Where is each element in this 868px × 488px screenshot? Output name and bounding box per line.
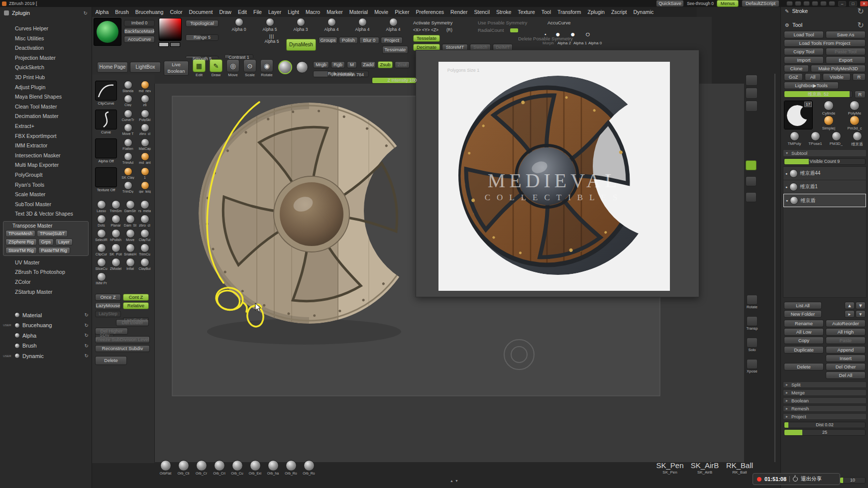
palette-shortcut-row[interactable]: USER Dynamic ↻ xyxy=(0,351,92,361)
polish-button[interactable]: Polish xyxy=(339,37,358,44)
all-high-button[interactable]: All High xyxy=(826,328,866,336)
folder-prev-button[interactable]: ▸ xyxy=(845,310,855,318)
eye-icon[interactable]: ● xyxy=(785,172,787,175)
tool-thumb[interactable]: 维京盾 xyxy=(847,131,868,147)
menu-item[interactable]: Picker xyxy=(392,7,413,17)
brush-grid-item[interactable]: Planar xyxy=(108,215,123,227)
zplugin-menu-item[interactable]: Ryan's Tools xyxy=(0,180,92,190)
brush-mini[interactable]: md_nev xyxy=(137,81,153,93)
alpha-selector[interactable]: Alpha 4 xyxy=(316,18,347,32)
page-up-arrow[interactable]: ▲ xyxy=(450,479,453,483)
menu-item[interactable]: Zscript xyxy=(608,7,630,17)
menu-item[interactable]: Stroke xyxy=(493,7,514,17)
default-zscript-button[interactable]: DefaultZScript xyxy=(742,0,779,7)
scale-mode[interactable]: ⊙ Scale xyxy=(242,59,257,77)
folder-next-button[interactable]: ▾ xyxy=(856,310,866,318)
del-all-button[interactable]: Del All xyxy=(826,371,866,379)
maximize-button[interactable]: □ xyxy=(849,1,857,6)
range-slider[interactable]: Range 5 xyxy=(186,34,218,41)
menu-item[interactable]: Zplugin xyxy=(584,7,608,17)
zplugin-menu-item[interactable]: Maya Blend Shapes xyxy=(0,92,92,102)
shelf-icon[interactable] xyxy=(746,176,757,186)
brush-grid-item[interactable]: IMM Pr xyxy=(94,272,108,285)
backfacemask-button[interactable]: BackfaceMask xyxy=(124,28,155,35)
list-all-button[interactable]: List All xyxy=(784,302,822,309)
menu-item[interactable]: Alpha xyxy=(92,7,112,17)
transpose-button[interactable]: Grps xyxy=(38,239,54,245)
dynamesh-button[interactable]: DynaMesh xyxy=(286,39,316,51)
r-button[interactable]: R xyxy=(853,73,866,81)
printer-icon[interactable] xyxy=(829,1,835,6)
orb-brush[interactable]: Orb_Cri xyxy=(212,460,226,475)
zplugin-menu-item[interactable]: FBX ExportImport xyxy=(0,131,92,141)
move-mode[interactable]: ◎ Move xyxy=(225,59,240,77)
eye-icon[interactable]: ● xyxy=(786,199,788,202)
palette-icon[interactable] xyxy=(803,1,810,6)
paste-button[interactable]: Paste xyxy=(826,337,866,344)
brush-grid-item[interactable]: Lasso xyxy=(94,200,108,213)
all-low-button[interactable]: All Low xyxy=(784,328,824,336)
menu-item[interactable]: Preferences xyxy=(413,7,447,17)
brush-mini[interactable]: 1 xyxy=(137,167,153,179)
copy-tool-button[interactable]: Copy Tool xyxy=(784,48,824,55)
load-tool-button[interactable]: Load Tool xyxy=(784,31,824,38)
quicksave-button[interactable]: QuickSave xyxy=(656,0,684,7)
zplugin-header[interactable]: Zplugin ↻ xyxy=(0,7,92,19)
menu-item[interactable]: Layer xyxy=(265,7,284,17)
zplugin-menu-item[interactable]: Extract+ xyxy=(0,122,92,131)
brush-mini[interactable]: z6 xyxy=(137,95,153,107)
shelf-icon[interactable] xyxy=(746,192,757,202)
menu-item[interactable]: Brush xyxy=(112,7,132,17)
brush-grid-item[interactable]: DamStr xyxy=(123,200,137,213)
export-button[interactable]: Export xyxy=(826,56,866,64)
transpose-button[interactable]: TPose|SubT xyxy=(37,230,68,237)
tool-thumb[interactable]: PM3D_ xyxy=(826,131,847,147)
subtool-delete-button[interactable]: Delete xyxy=(784,363,824,370)
transpose-button[interactable]: StoreTM Rig xyxy=(5,247,37,254)
autoreorder-button[interactable]: AutoReorder xyxy=(826,320,866,327)
rotate-mode[interactable]: ◉ Rotate xyxy=(259,59,274,77)
menu-item[interactable]: Marker xyxy=(324,7,346,17)
duplicate-button[interactable]: Duplicate xyxy=(784,346,824,354)
brush-grid-item[interactable]: SelectR xyxy=(94,229,108,242)
tray-thumb[interactable] xyxy=(746,88,758,99)
brush-mini[interactable]: TrimAd xyxy=(120,152,136,164)
topological-button[interactable]: Topological xyxy=(186,20,218,27)
alpha2-icon[interactable]: ● xyxy=(555,30,560,39)
menu-item[interactable]: Texture xyxy=(515,7,538,17)
brush-grid-item[interactable]: ClayBui xyxy=(137,258,152,270)
menu-item[interactable]: Brucehuang xyxy=(132,7,167,17)
zplugin-menu-item[interactable]: Deactivation xyxy=(0,43,92,53)
pa-blur-slider[interactable]: 25 xyxy=(784,429,866,436)
load-tools-from-project-button[interactable]: Load Tools From Project xyxy=(784,39,866,47)
brush-mini[interactable]: PolySki xyxy=(137,110,153,122)
brush-grid-item[interactable]: SliceCu xyxy=(94,258,108,270)
alpha-selector[interactable]: Alpha 4 xyxy=(378,18,409,32)
orb-brush[interactable]: Orb_Ro xyxy=(284,460,298,475)
menu-item[interactable]: Draw xyxy=(216,7,235,17)
brush-mini[interactable]: Move T xyxy=(120,123,136,135)
refresh-icon[interactable]: ↻ xyxy=(85,323,89,328)
r2-button[interactable]: R xyxy=(855,91,866,98)
imbed-slider[interactable]: Imbed 0 xyxy=(124,20,155,26)
zplugin-menu-item[interactable]: Text 3D & Vector Shapes xyxy=(0,209,92,219)
palette-shortcut-row[interactable]: Alpha ↻ xyxy=(0,330,92,341)
subtool-row[interactable]: ● 维京盾44 xyxy=(783,167,866,180)
refresh-icon[interactable]: ↻ xyxy=(85,333,89,338)
palette-shortcut-row[interactable]: Brush ↻ xyxy=(0,341,92,351)
home-page-button[interactable]: Home Page xyxy=(97,62,128,73)
orb-brush[interactable]: Orb_Ro xyxy=(302,460,316,475)
brush-grid-item[interactable]: TrimCu xyxy=(137,244,152,256)
zplugin-menu-item[interactable]: Intersection Masker xyxy=(0,151,92,161)
radial-count-indicator[interactable] xyxy=(510,28,518,32)
menu-item[interactable]: Edit xyxy=(234,7,250,17)
lightbox-tools-button[interactable]: Lightbox▶Tools xyxy=(784,82,839,89)
brush-grid-item[interactable]: ZModel xyxy=(108,258,123,270)
brush-grid-item[interactable]: ClayTul xyxy=(137,229,152,242)
brush-mini[interactable]: Standa xyxy=(120,81,136,93)
tessimate-button[interactable]: Tessimate xyxy=(382,46,408,54)
secondary-color-swatch[interactable] xyxy=(170,42,180,47)
insert-button[interactable]: Insert xyxy=(826,355,866,362)
save-as-button[interactable]: Save As xyxy=(826,31,866,38)
zplugin-menu-item[interactable]: Multi Map Exporter xyxy=(0,160,92,170)
